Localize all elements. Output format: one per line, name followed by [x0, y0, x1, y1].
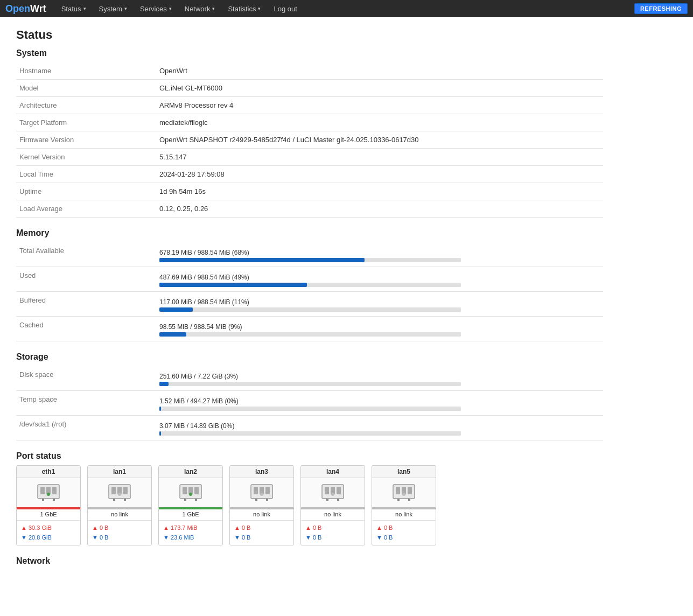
nav-statistics[interactable]: Statistics ▾: [221, 2, 267, 16]
svg-rect-32: [326, 499, 328, 501]
system-section: System HostnameOpenWrtModelGL.iNet GL-MT…: [16, 48, 603, 218]
row-label: Kernel Version: [16, 149, 156, 166]
row-value: 2024-01-28 17:59:08: [156, 166, 603, 183]
row-label: Load Average: [16, 200, 156, 218]
svg-rect-25: [255, 499, 257, 501]
progress-wrap: 251.60 MiB / 7.22 GiB (3%): [159, 373, 600, 386]
port-icon: [321, 484, 345, 502]
port-card: lan3 no link ▲ 0 B ▼ 0 B: [229, 465, 294, 545]
svg-rect-24: [265, 487, 270, 494]
row-value: 117.00 MiB / 988.54 MiB (11%): [156, 292, 603, 317]
svg-point-6: [47, 493, 50, 496]
svg-point-41: [402, 493, 405, 496]
port-download: ▼ 0 B: [234, 533, 289, 543]
port-icon-wrap: [230, 478, 293, 507]
svg-rect-3: [52, 487, 57, 494]
network-caret-icon: ▾: [212, 6, 215, 11]
progress-bar-fill: [159, 307, 193, 312]
svg-point-13: [118, 493, 121, 496]
svg-rect-33: [337, 499, 339, 501]
svg-rect-17: [194, 487, 199, 494]
svg-point-34: [331, 493, 334, 496]
network-section: Network: [16, 556, 603, 566]
port-download: ▼ 0 B: [92, 533, 147, 543]
table-row: /dev/sda1 (/rot) 3.07 MiB / 14.89 GiB (0…: [16, 416, 603, 440]
nav-network[interactable]: Network ▾: [178, 2, 222, 16]
status-caret-icon: ▾: [83, 6, 86, 11]
row-label: Architecture: [16, 97, 156, 114]
port-stats: ▲ 0 B ▼ 0 B: [372, 520, 436, 545]
row-value: 251.60 MiB / 7.22 GiB (3%): [156, 366, 603, 391]
row-label: /dev/sda1 (/rot): [16, 416, 156, 440]
port-upload: ▲ 0 B: [376, 523, 431, 533]
nav-services[interactable]: Services ▾: [134, 2, 178, 16]
progress-bar-bg: [159, 258, 461, 262]
svg-rect-10: [123, 487, 128, 494]
memory-section: Memory Total Available 678.19 MiB / 988.…: [16, 228, 603, 341]
svg-rect-4: [42, 499, 44, 501]
progress-bar-bg: [159, 382, 461, 386]
svg-rect-12: [124, 499, 126, 501]
port-icon-wrap: [372, 478, 436, 507]
port-status-title: Port status: [16, 451, 603, 461]
system-table: HostnameOpenWrtModelGL.iNet GL-MT6000Arc…: [16, 62, 603, 218]
port-name: lan5: [372, 466, 436, 478]
table-row: Local Time2024-01-28 17:59:08: [16, 166, 603, 183]
progress-bar-fill: [159, 382, 169, 386]
port-icon: [250, 484, 274, 502]
row-label: Total Available: [16, 242, 156, 267]
port-upload: ▲ 0 B: [234, 523, 289, 533]
memory-table: Total Available 678.19 MiB / 988.54 MiB …: [16, 242, 603, 341]
port-name: lan4: [301, 466, 365, 478]
storage-section-title: Storage: [16, 352, 603, 362]
progress-text: 487.69 MiB / 988.54 MiB (49%): [159, 274, 600, 281]
progress-text: 678.19 MiB / 988.54 MiB (68%): [159, 249, 600, 256]
port-icon: [37, 484, 60, 502]
port-link-label: 1 GbE: [17, 509, 80, 520]
svg-rect-11: [113, 499, 115, 501]
port-download: ▼ 20.8 GiB: [21, 533, 76, 543]
svg-rect-5: [53, 499, 55, 501]
page-title: Status: [16, 28, 603, 42]
nav-logout[interactable]: Log out: [267, 2, 303, 16]
row-value: mediatek/filogic: [156, 114, 603, 131]
row-value: 98.55 MiB / 988.54 MiB (9%): [156, 317, 603, 341]
refreshing-badge: REFRESHING: [634, 3, 688, 14]
system-caret-icon: ▾: [124, 6, 127, 11]
progress-bar-bg: [159, 332, 461, 337]
progress-bar-bg: [159, 431, 461, 436]
table-row: Target Platformmediatek/filogic: [16, 114, 603, 131]
port-upload: ▲ 30.3 GiB: [21, 523, 76, 533]
svg-rect-39: [397, 499, 400, 501]
row-value: 5.15.147: [156, 149, 603, 166]
progress-bar-bg: [159, 407, 461, 411]
nav-items: Status ▾ System ▾ Services ▾ Network ▾ S…: [55, 2, 634, 16]
storage-section: Storage Disk space 251.60 MiB / 7.22 GiB…: [16, 352, 603, 440]
progress-wrap: 487.69 MiB / 988.54 MiB (49%): [159, 274, 600, 287]
row-label: Temp space: [16, 391, 156, 416]
row-label: Used: [16, 267, 156, 292]
port-stats: ▲ 30.3 GiB ▼ 20.8 GiB: [17, 520, 80, 545]
svg-rect-8: [111, 487, 116, 494]
progress-wrap: 117.00 MiB / 988.54 MiB (11%): [159, 298, 600, 312]
row-value: 1d 9h 54m 16s: [156, 183, 603, 200]
nav-system[interactable]: System ▾: [93, 2, 134, 16]
row-label: Hostname: [16, 62, 156, 80]
brand-logo[interactable]: OpenWrt: [5, 3, 46, 15]
services-caret-icon: ▾: [169, 6, 172, 11]
port-stats: ▲ 0 B ▼ 0 B: [230, 520, 293, 545]
port-icon: [179, 484, 202, 502]
row-value: GL.iNet GL-MT6000: [156, 80, 603, 97]
row-label: Disk space: [16, 366, 156, 391]
row-label: Cached: [16, 317, 156, 341]
port-icon-wrap: [88, 478, 151, 507]
port-name: eth1: [17, 466, 80, 478]
svg-rect-22: [254, 487, 258, 494]
row-value: ARMv8 Processor rev 4: [156, 97, 603, 114]
svg-rect-38: [408, 487, 412, 494]
progress-bar-fill: [159, 258, 365, 262]
port-card: lan4 no link ▲ 0 B ▼ 0 B: [300, 465, 365, 545]
nav-status[interactable]: Status ▾: [55, 2, 93, 16]
svg-rect-29: [325, 487, 329, 494]
port-stats: ▲ 0 B ▼ 0 B: [88, 520, 151, 545]
